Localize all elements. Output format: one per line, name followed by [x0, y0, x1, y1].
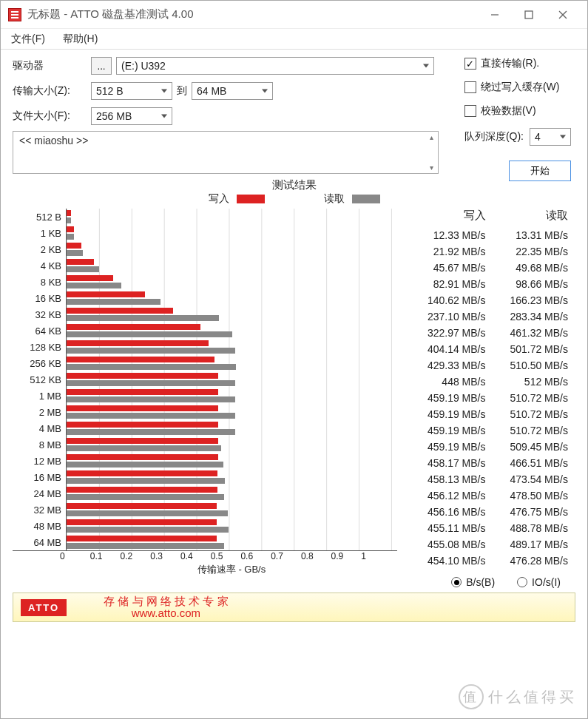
transfer-to-select[interactable]: 64 MB	[192, 82, 273, 100]
table-row: 459.19 MB/s510.72 MB/s	[403, 406, 575, 422]
y-tick: 64 KB	[13, 323, 66, 339]
read-bar	[67, 266, 99, 272]
x-tick: 0.8	[301, 551, 331, 561]
y-tick: 12 MB	[13, 453, 66, 469]
table-row: 404.14 MB/s501.72 MB/s	[403, 341, 575, 357]
bar-row	[67, 502, 397, 518]
read-bar	[67, 445, 221, 451]
table-row: 456.16 MB/s476.75 MB/s	[403, 504, 575, 520]
y-tick: 1 MB	[13, 388, 66, 404]
close-button[interactable]	[546, 4, 580, 26]
y-tick: 512 B	[13, 209, 66, 225]
table-row: 237.10 MB/s283.34 MB/s	[403, 308, 575, 325]
start-button[interactable]: 开始	[509, 161, 571, 181]
unit-bs-radio[interactable]: B/s(B)	[451, 576, 495, 588]
y-tick: 8 MB	[13, 436, 66, 453]
bar-row	[67, 257, 397, 274]
table-row: 459.19 MB/s510.72 MB/s	[403, 390, 575, 406]
col-write: 写入	[403, 209, 486, 223]
y-tick: 48 MB	[13, 518, 66, 534]
chart: 512 B1 KB2 KB4 KB8 KB16 KB32 KB64 KB128 …	[13, 209, 397, 576]
bar-row	[67, 290, 397, 306]
app-window: 无标题 - ATTO 磁盘基准测试 4.00 文件(F) 帮助(H) 驱动器 .…	[0, 0, 588, 719]
bar-row	[67, 436, 397, 453]
table-row: 140.62 MB/s166.23 MB/s	[403, 292, 575, 308]
x-tick: 1	[361, 551, 391, 561]
chart-bars	[66, 209, 397, 550]
table-row: 322.97 MB/s461.32 MB/s	[403, 325, 575, 341]
x-tick: 0.2	[120, 551, 150, 561]
table-row: 459.19 MB/s509.45 MB/s	[403, 439, 575, 455]
read-bar	[67, 494, 224, 500]
read-bar	[67, 478, 225, 484]
transfer-from-select[interactable]: 512 B	[91, 82, 172, 100]
write-bar	[67, 487, 217, 493]
y-tick: 512 KB	[13, 371, 66, 388]
x-tick: 0.3	[150, 551, 180, 561]
bar-row	[67, 306, 397, 323]
footer-banner: ATTO 存 储 与 网 络 技 术 专 家 www.atto.com	[13, 593, 575, 622]
x-axis: 00.10.20.30.40.50.60.70.80.91	[66, 551, 397, 561]
bar-row	[67, 485, 397, 502]
x-tick: 0.4	[180, 551, 211, 561]
minimize-button[interactable]	[478, 4, 512, 26]
menu-file[interactable]: 文件(F)	[7, 31, 50, 47]
queue-depth-select[interactable]: 4	[530, 128, 571, 146]
description-text: << miaoshu >>	[13, 132, 425, 173]
read-bar	[67, 250, 83, 256]
write-bar	[67, 519, 217, 525]
read-bar	[67, 396, 235, 402]
table-row: 429.33 MB/s510.50 MB/s	[403, 357, 575, 374]
browse-button[interactable]: ...	[91, 57, 112, 75]
bar-row	[67, 355, 397, 371]
write-bar	[67, 275, 113, 281]
maximize-button[interactable]	[512, 4, 546, 26]
bypass-cache-checkbox[interactable]: 绕过写入缓存(W)	[464, 81, 560, 94]
bar-row	[67, 371, 397, 388]
table-row: 448 MB/s512 MB/s	[403, 374, 575, 390]
footer-text: 存 储 与 网 络 技 术 专 家 www.atto.com	[104, 595, 228, 620]
unit-selector: B/s(B) IO/s(I)	[403, 576, 575, 588]
write-bar	[67, 438, 218, 444]
read-bar	[67, 380, 235, 386]
read-bar	[67, 413, 235, 419]
read-bar	[67, 234, 74, 240]
write-bar	[67, 454, 218, 460]
bar-row	[67, 404, 397, 420]
table-row: 458.17 MB/s466.51 MB/s	[403, 455, 575, 471]
bar-row	[67, 420, 397, 436]
verify-checkbox[interactable]: 校验数据(V)	[464, 104, 536, 118]
description-box[interactable]: << miaoshu >> ▴▾	[13, 131, 439, 174]
y-tick: 2 KB	[13, 241, 66, 257]
direct-io-checkbox[interactable]: 直接传输(R).	[464, 57, 539, 70]
bar-row	[67, 339, 397, 355]
x-tick: 0.1	[90, 551, 121, 561]
menu-help[interactable]: 帮助(H)	[58, 31, 102, 47]
read-bar	[67, 364, 236, 370]
scrollbar[interactable]: ▴▾	[425, 132, 438, 173]
read-bar	[67, 315, 219, 321]
bar-row	[67, 225, 397, 241]
y-tick: 4 MB	[13, 420, 66, 436]
table-row: 455.11 MB/s488.78 MB/s	[403, 520, 575, 536]
y-tick: 24 MB	[13, 485, 66, 502]
x-axis-label: 传输速率 - GB/s	[66, 563, 397, 576]
radio-icon	[451, 577, 462, 587]
titlebar[interactable]: 无标题 - ATTO 磁盘基准测试 4.00	[1, 1, 587, 29]
write-bar	[67, 389, 218, 395]
svg-rect-1	[525, 11, 533, 18]
to-label: 到	[177, 84, 187, 98]
unit-ios-radio[interactable]: IO/s(I)	[517, 576, 561, 588]
filesize-select[interactable]: 256 MB	[91, 107, 172, 125]
scroll-down-icon[interactable]: ▾	[425, 163, 438, 172]
read-bar	[67, 283, 121, 288]
bar-row	[67, 518, 397, 534]
scroll-up-icon[interactable]: ▴	[425, 133, 438, 141]
bar-row	[67, 274, 397, 290]
drive-select[interactable]: (E:) U392	[116, 57, 434, 75]
write-bar	[67, 536, 217, 541]
drive-label: 驱动器	[13, 59, 87, 72]
option-panel: 直接传输(R). 绕过写入缓存(W) 校验数据(V) 队列深度(Q): 4 开始	[464, 57, 571, 181]
read-bar	[67, 429, 235, 435]
y-tick: 1 KB	[13, 225, 66, 241]
